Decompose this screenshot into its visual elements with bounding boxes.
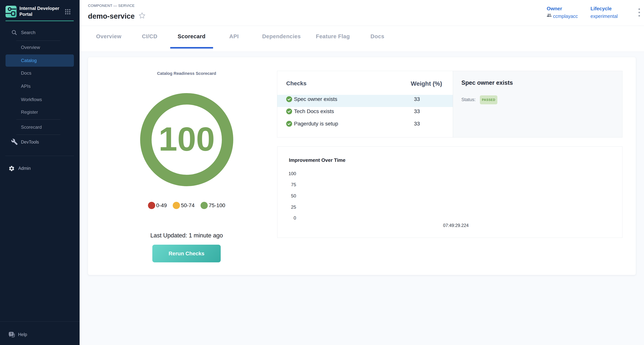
svg-text:?: ? <box>10 332 12 336</box>
